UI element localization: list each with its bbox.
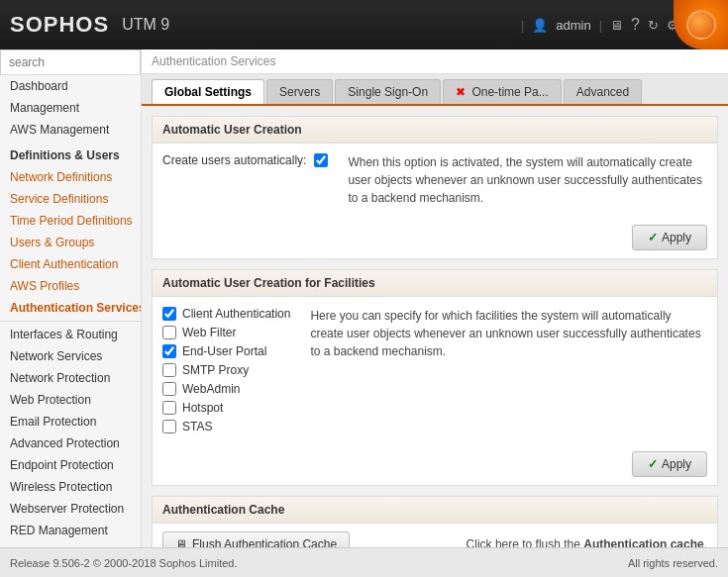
cb-stas-input[interactable] <box>162 420 176 433</box>
cb-web-filter: Web Filter <box>162 326 290 339</box>
apply-label: Apply <box>662 231 691 244</box>
auto-user-creation-row: Create users automatically: When this op… <box>162 153 707 207</box>
sidebar-item-interfaces[interactable]: Interfaces & Routing <box>0 324 141 345</box>
flush-cache-desc: Click here to flush the Authentication c… <box>467 537 707 547</box>
sidebar-item-network-protection[interactable]: Network Protection <box>0 367 141 389</box>
sidebar-item-wireless[interactable]: Wireless Protection <box>0 476 141 498</box>
monitor-icon[interactable]: 🖥 <box>610 18 623 33</box>
sophos-orb <box>674 0 728 49</box>
content-body: Automatic User Creation Create users aut… <box>142 106 728 547</box>
content-area: Authentication Services Global Settings … <box>142 49 728 547</box>
sidebar-item-aws-profiles[interactable]: AWS Profiles <box>0 275 141 297</box>
sidebar-item-webserver[interactable]: Webserver Protection <box>0 498 141 520</box>
cb-web-filter-input[interactable] <box>162 326 176 339</box>
facilities-apply-label: Apply <box>662 457 691 471</box>
help-icon[interactable]: ? <box>631 16 640 34</box>
sidebar-item-service-definitions[interactable]: Service Definitions <box>0 188 141 210</box>
header-icons: | 👤 admin | 🖥 ? ↻ ⚙ <box>521 16 678 34</box>
cb-web-filter-label: Web Filter <box>182 326 236 339</box>
user-icon: 👤 <box>532 18 548 33</box>
sidebar-separator <box>0 321 141 322</box>
admin-label: admin <box>556 18 590 33</box>
sidebar-item-dashboard[interactable]: Dashboard <box>0 75 141 97</box>
auto-user-creation-apply-row: ✓ Apply <box>153 217 717 258</box>
sidebar-item-client-auth[interactable]: Client Authentication <box>0 253 141 275</box>
auto-user-creation-header: Automatic User Creation <box>153 117 717 144</box>
orb-inner <box>686 10 716 40</box>
auto-user-creation-content: Create users automatically: When this op… <box>153 144 717 217</box>
sophos-logo: SOPHOS <box>10 12 109 38</box>
sidebar-item-network-services[interactable]: Network Services <box>0 345 141 367</box>
tab-servers[interactable]: Servers <box>266 79 333 104</box>
sidebar-item-users-groups[interactable]: Users & Groups <box>0 232 141 253</box>
header: SOPHOS UTM 9 | 👤 admin | 🖥 ? ↻ ⚙ <box>0 0 728 49</box>
cb-stas: STAS <box>162 420 290 433</box>
cb-webadmin-label: WebAdmin <box>182 382 240 396</box>
tab-global-settings[interactable]: Global Settings <box>152 79 264 104</box>
cb-smtp-proxy-input[interactable] <box>162 363 176 377</box>
flush-btn-label: Flush Authentication Cache <box>192 537 337 547</box>
sidebar-item-email-protection[interactable]: Email Protection <box>0 411 141 433</box>
cb-hotspot-input[interactable] <box>162 401 176 415</box>
sidebar-item-aws-management[interactable]: AWS Management <box>0 119 141 141</box>
flush-desc-prefix: Click here to flush the <box>467 537 584 547</box>
tab-error-icon: ✖ <box>456 85 466 99</box>
refresh-icon[interactable]: ↻ <box>648 18 659 33</box>
sidebar-item-advanced-protection[interactable]: Advanced Protection <box>0 433 141 454</box>
cb-client-auth-label: Client Authentication <box>182 307 290 321</box>
cb-client-auth-input[interactable] <box>162 307 176 321</box>
sidebar-item-network-definitions[interactable]: Network Definitions <box>0 166 141 188</box>
tab-one-time-pa[interactable]: ✖ One-time Pa... <box>443 79 562 104</box>
facilities-apply-check-icon: ✓ <box>648 457 658 471</box>
main-layout: Dashboard Management AWS Management Defi… <box>0 49 728 547</box>
tab-advanced[interactable]: Advanced <box>564 79 642 104</box>
auto-user-facilities-section: Automatic User Creation for Facilities C… <box>152 269 718 486</box>
sidebar-item-red[interactable]: RED Management <box>0 520 141 541</box>
facilities-apply-row: ✓ Apply <box>153 443 717 485</box>
cb-smtp-proxy-label: SMTP Proxy <box>182 363 249 377</box>
cb-hotspot: Hotspot <box>162 401 290 415</box>
search-input[interactable] <box>0 49 141 75</box>
cb-webadmin: WebAdmin <box>162 382 290 396</box>
apply-check-icon: ✓ <box>648 231 658 244</box>
separator2: | <box>599 18 602 33</box>
auto-user-facilities-header: Automatic User Creation for Facilities <box>153 270 717 297</box>
flush-cache-btn[interactable]: 🖥 Flush Authentication Cache <box>162 531 350 547</box>
cb-webadmin-input[interactable] <box>162 382 176 396</box>
create-users-row: Create users automatically: <box>162 153 328 167</box>
checkboxes-list: Client Authentication Web Filter End-Use… <box>162 307 290 433</box>
sidebar-item-web-protection[interactable]: Web Protection <box>0 389 141 411</box>
auto-user-creation-apply-btn[interactable]: ✓ Apply <box>632 225 707 250</box>
cb-hotspot-label: Hotspot <box>182 401 223 415</box>
footer-release: Release 9.506-2 © 2000-2018 Sophos Limit… <box>10 557 237 569</box>
auth-cache-header: Authentication Cache <box>153 497 717 524</box>
footer-rights: All rights reserved. <box>628 557 718 569</box>
tabs-bar: Global Settings Servers Single Sign-On ✖… <box>142 74 728 106</box>
sidebar-item-time-period[interactable]: Time Period Definitions <box>0 210 141 232</box>
cb-end-user-portal-label: End-User Portal <box>182 344 266 358</box>
auto-user-facilities-content: Client Authentication Web Filter End-Use… <box>153 297 717 443</box>
sidebar-item-management[interactable]: Management <box>0 97 141 119</box>
auto-user-creation-desc: When this option is activated, the syste… <box>348 153 707 207</box>
flush-icon: 🖥 <box>175 537 187 547</box>
facilities-apply-btn[interactable]: ✓ Apply <box>632 451 707 477</box>
create-users-checkbox[interactable] <box>314 153 328 167</box>
cb-smtp-proxy: SMTP Proxy <box>162 363 290 377</box>
auth-cache-section: Authentication Cache 🖥 Flush Authenticat… <box>152 496 718 547</box>
create-users-label: Create users automatically: <box>162 153 306 167</box>
tab-single-sign-on[interactable]: Single Sign-On <box>335 79 441 104</box>
cb-end-user-portal: End-User Portal <box>162 344 290 358</box>
utm-label: UTM 9 <box>122 16 169 34</box>
cb-stas-label: STAS <box>182 420 212 433</box>
facilities-desc: Here you can specify for which facilitie… <box>310 307 707 360</box>
sidebar-item-auth-services[interactable]: Authentication Services <box>0 297 141 319</box>
auto-user-creation-section: Automatic User Creation Create users aut… <box>152 116 718 259</box>
breadcrumb: Authentication Services <box>142 49 728 74</box>
flush-desc-suffix: . <box>704 537 707 547</box>
sidebar-item-endpoint[interactable]: Endpoint Protection <box>0 454 141 476</box>
auto-user-creation-left: Create users automatically: <box>162 153 328 175</box>
cb-end-user-portal-input[interactable] <box>162 344 176 358</box>
flush-desc-bold: Authentication cache <box>583 537 703 547</box>
sidebar-item-site-vpn[interactable]: Site-to-site VPN <box>0 541 141 547</box>
auto-user-facilities-row: Client Authentication Web Filter End-Use… <box>162 307 707 433</box>
